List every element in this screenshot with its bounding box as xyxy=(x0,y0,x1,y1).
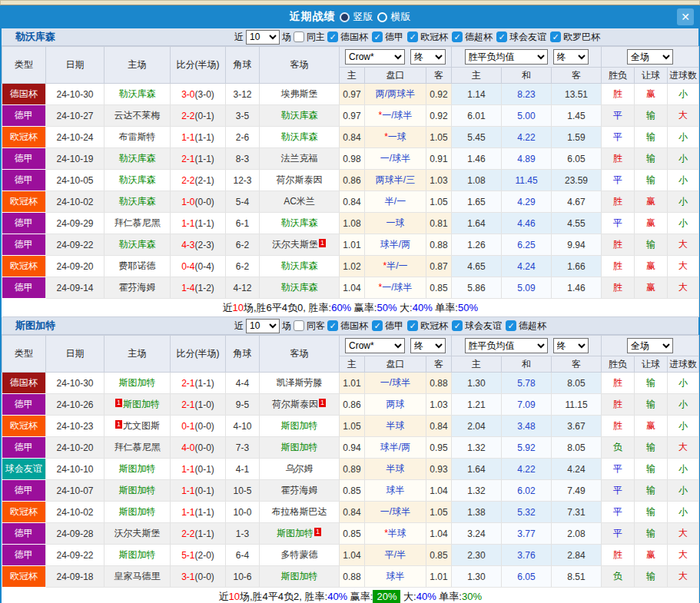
result-cell: 平 xyxy=(602,459,635,480)
result-cell: 胜 xyxy=(602,394,635,416)
avg-lose-odds: 8.05 xyxy=(552,373,602,394)
filter-bar: 近10场同主✓德国杯✓德甲✓欧冠杯✓德超杯✓球会友谊✓欧罗巴杯 xyxy=(234,30,602,45)
home-team-cell: 勒沃库森 xyxy=(105,170,171,191)
vertical-layout-radio[interactable] xyxy=(340,12,350,22)
horizontal-layout-label[interactable]: 横版 xyxy=(391,10,411,24)
avg-draw-odds: 6.05 xyxy=(502,566,552,588)
score-cell: 2-2(2-1) xyxy=(171,170,226,191)
avg-type-select[interactable]: 胜平负均值 xyxy=(465,49,548,65)
avg-type-select[interactable]: 胜平负均值 xyxy=(465,338,548,353)
home-team-cell: 勒沃库森 xyxy=(105,84,171,105)
half-time-score: (1-1) xyxy=(195,218,214,229)
handicap-line: 球半/两 xyxy=(380,442,410,452)
league-checkbox[interactable]: ✓ xyxy=(327,320,338,331)
corners-cell: 4-1 xyxy=(226,459,260,480)
league-checkbox[interactable]: ✓ xyxy=(496,31,507,42)
column-header: 比分(半场) xyxy=(171,47,226,84)
column-header: 客场 xyxy=(260,47,340,84)
odds-period-select[interactable]: 终 xyxy=(410,338,446,353)
sub-column-header: 客 xyxy=(426,356,452,373)
result-cell: 平 xyxy=(602,170,635,191)
league-checkbox[interactable]: ✓ xyxy=(407,320,418,331)
league-badge: 德甲 xyxy=(2,105,46,127)
same-venue-checkbox[interactable] xyxy=(294,31,304,42)
league-checkbox[interactable]: ✓ xyxy=(407,31,418,42)
handicap-line-cell: *一/球半 xyxy=(365,277,426,299)
games-count-select[interactable]: 10 xyxy=(246,319,280,333)
odds-company-select[interactable]: Crow* xyxy=(345,49,405,65)
away-team-cell: 乌尔姆 xyxy=(260,459,340,480)
handicap-result-cell: 输 xyxy=(635,127,668,148)
handicap-result-cell: 输 xyxy=(635,437,668,459)
avg-win-odds: 1.14 xyxy=(452,84,502,105)
away-team-cell: 斯图加特1 xyxy=(260,523,340,545)
home-team-cell: 皇家马德里 xyxy=(105,566,171,588)
goals-over-under-cell: 大 xyxy=(668,277,699,299)
odds-period-select[interactable]: 终 xyxy=(410,49,446,65)
handicap-line: 半球 xyxy=(388,528,406,538)
avg-lose-odds: 2.84 xyxy=(552,545,602,566)
handicap-result-cell: 输 xyxy=(635,373,668,394)
avg-win-odds: 1.26 xyxy=(452,234,502,256)
goals-over-under-cell: 小 xyxy=(668,127,699,148)
avg-draw-odds: 4.89 xyxy=(502,148,552,170)
corners-cell: 9-5 xyxy=(226,394,260,416)
handicap-line-cell: 一球 xyxy=(365,213,426,234)
away-team: 斯图加特 xyxy=(277,528,314,538)
away-team-cell: 勒沃库森 xyxy=(260,277,340,299)
away-team: 勒沃库森 xyxy=(281,217,318,228)
home-team-cell: 斯图加特 xyxy=(105,545,171,566)
match-row: 德甲24-09-14霍芬海姆1-4(1-2)4-12勒沃库森1.04*一/球半0… xyxy=(2,277,699,299)
full-time-score: 2-2 xyxy=(181,111,194,121)
home-team-cell: 勒沃库森 xyxy=(105,234,171,256)
same-venue-checkbox[interactable] xyxy=(294,320,304,331)
home-odds: 1.04 xyxy=(340,545,365,566)
away-odds: 1.03 xyxy=(426,394,452,416)
league-checkbox[interactable]: ✓ xyxy=(327,31,338,42)
games-label: 场 xyxy=(282,31,291,44)
score-cell: 1-1(1-1) xyxy=(171,502,226,523)
score-cell: 3-0(3-0) xyxy=(171,84,226,105)
league-checkbox[interactable]: ✓ xyxy=(506,320,516,331)
home-odds: 0.85 xyxy=(340,523,365,545)
odds-company-select[interactable]: Crow* xyxy=(345,338,405,353)
match-date: 24-09-14 xyxy=(46,277,105,299)
avg-win-odds: 1.21 xyxy=(452,394,502,416)
league-checkbox[interactable]: ✓ xyxy=(372,31,383,42)
horizontal-layout-radio[interactable] xyxy=(377,12,387,22)
close-icon[interactable]: ✕ xyxy=(677,8,694,25)
corners-cell: 10-6 xyxy=(226,566,260,588)
handicap-line: 半/一 xyxy=(386,260,407,271)
sub-column-header: 客 xyxy=(552,68,602,84)
handicap-line: 半球 xyxy=(386,420,405,431)
home-team: 勒沃库森 xyxy=(119,196,156,207)
full-time-score: 1-1 xyxy=(181,132,194,143)
column-header: 类型 xyxy=(2,47,46,84)
scope-select[interactable]: 全场 xyxy=(627,49,673,65)
result-cell: 胜 xyxy=(602,84,635,105)
full-time-score: 4-0 xyxy=(181,442,194,453)
league-checkbox[interactable]: ✓ xyxy=(452,320,463,331)
handicap-line-cell: 两球半/三 xyxy=(365,170,426,191)
match-row: 德甲24-10-27云达不莱梅2-2(0-1)3-5勒沃库森0.97*一/球半0… xyxy=(2,105,699,127)
league-checkbox[interactable]: ✓ xyxy=(372,320,383,331)
avg-win-odds: 4.65 xyxy=(452,256,502,277)
avg-period-select[interactable]: 终 xyxy=(553,49,589,65)
vertical-layout-label[interactable]: 竖版 xyxy=(353,10,373,24)
away-team: 沃尔夫斯堡 xyxy=(272,239,318,250)
away-odds: 0.92 xyxy=(426,84,452,105)
league-checkbox[interactable]: ✓ xyxy=(550,31,561,42)
match-date: 24-10-02 xyxy=(46,191,105,213)
summary-segment: 40% xyxy=(413,302,433,313)
home-odds: 1.08 xyxy=(340,213,365,234)
league-label: 欧罗巴杯 xyxy=(563,31,600,44)
handicap-line-cell: 球半 xyxy=(365,566,426,588)
league-checkbox[interactable]: ✓ xyxy=(452,31,463,42)
games-count-select[interactable]: 10 xyxy=(246,30,280,45)
scope-select[interactable]: 全场 xyxy=(627,338,673,353)
handicap-result-cell: 输 xyxy=(635,105,668,127)
away-team: 埃弗斯堡 xyxy=(281,88,318,99)
sub-column-header: 客 xyxy=(426,68,452,84)
avg-period-select[interactable]: 终 xyxy=(553,338,589,353)
matches-table: 类型日期主场比分(半场)角球客场Crow*终胜平负均值终全场主盘口客主和客胜负让… xyxy=(2,46,699,317)
